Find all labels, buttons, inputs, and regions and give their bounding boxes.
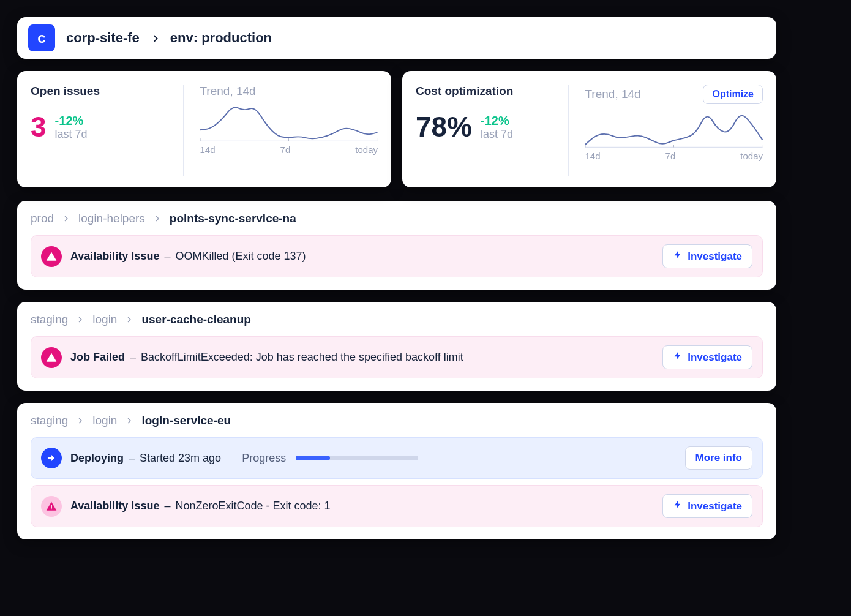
cost-value: 78%: [416, 113, 472, 141]
chevron-right-icon: [62, 215, 70, 222]
svg-point-9: [51, 258, 52, 260]
progress-bar: [296, 456, 418, 460]
issue-path-segment[interactable]: login: [92, 414, 117, 427]
issue-path-leaf[interactable]: points-sync-service-na: [170, 212, 296, 225]
svg-rect-13: [51, 505, 52, 508]
issue-card: prodlogin-helperspoints-sync-service-naA…: [17, 201, 776, 290]
header-card: c corp-site-fe env: production: [17, 17, 776, 59]
axis-tick: 14d: [585, 151, 600, 161]
trend-label: Trend, 14d: [585, 88, 640, 101]
issue-card: stagingloginlogin-service-euDeploying – …: [17, 403, 776, 539]
metric-title: Cost optimization: [416, 85, 568, 98]
event-text: Deploying – Started 23m ago: [70, 452, 221, 465]
trend-label: Trend, 14d: [200, 85, 255, 98]
axis-tick: 14d: [200, 145, 215, 155]
issue-path-leaf[interactable]: login-service-eu: [141, 414, 231, 427]
axis-tick: today: [355, 145, 378, 155]
event-detail: BackoffLimitExceeded: Job has reached th…: [141, 351, 463, 364]
cost-sparkline: [585, 107, 763, 148]
open-issues-sparkline: [200, 100, 378, 142]
event-text: Availability Issue – OOMKilled (Exit cod…: [70, 250, 306, 263]
issue-path: stagingloginuser-cache-cleanup: [31, 313, 763, 326]
cost-optimization-card: Cost optimization 78% -12% last 7d Trend…: [402, 71, 776, 187]
progress-label: Progress: [242, 452, 286, 465]
event-text: Job Failed – BackoffLimitExceeded: Job h…: [70, 351, 463, 364]
breadcrumb-env[interactable]: env: production: [170, 30, 272, 46]
event-detail: OOMKilled (Exit code 137): [175, 250, 306, 263]
breadcrumb: corp-site-fe env: production: [66, 30, 272, 46]
investigate-button[interactable]: Investigate: [662, 244, 752, 268]
chevron-right-icon: [151, 34, 159, 42]
error-event-row: Availability Issue – NonZeroExitCode - E…: [31, 485, 763, 527]
bolt-icon: [673, 500, 683, 513]
chevron-right-icon: [126, 417, 133, 424]
optimize-button[interactable]: Optimize: [703, 85, 763, 104]
axis-tick: today: [740, 151, 763, 161]
issue-path-segment[interactable]: login-helpers: [78, 212, 145, 225]
cost-change: -12%: [481, 114, 513, 127]
svg-point-14: [51, 508, 52, 509]
progress-fill: [296, 456, 330, 460]
breadcrumb-site[interactable]: corp-site-fe: [66, 30, 140, 46]
issue-path-leaf[interactable]: user-cache-cleanup: [141, 313, 250, 326]
issue-path-segment[interactable]: staging: [31, 414, 68, 427]
warning-icon: [41, 246, 62, 267]
arrow-right-icon: [41, 448, 62, 468]
issue-path: prodlogin-helperspoints-sync-service-na: [31, 212, 763, 225]
issue-path-segment[interactable]: login: [92, 313, 117, 326]
warning-icon: [41, 347, 62, 368]
bolt-icon: [673, 351, 683, 364]
event-text: Availability Issue – NonZeroExitCode - E…: [70, 500, 331, 513]
svg-point-11: [51, 359, 52, 361]
event-detail: NonZeroExitCode - Exit code: 1: [175, 500, 330, 513]
axis-tick: 7d: [280, 145, 291, 155]
chevron-right-icon: [154, 215, 161, 222]
chevron-right-icon: [77, 316, 84, 323]
event-detail: Started 23m ago: [140, 452, 221, 465]
investigate-button[interactable]: Investigate: [662, 345, 752, 369]
bolt-icon: [673, 250, 683, 263]
app-logo[interactable]: c: [28, 24, 55, 51]
event-kind: Availability Issue: [70, 250, 159, 263]
issue-card: stagingloginuser-cache-cleanupJob Failed…: [17, 302, 776, 391]
chevron-right-icon: [77, 417, 84, 424]
more-info-button[interactable]: More info: [685, 446, 753, 470]
axis-tick: 7d: [665, 151, 676, 161]
warning-icon: [41, 496, 62, 517]
open-issues-value: 3: [31, 113, 47, 141]
svg-rect-10: [51, 356, 52, 359]
issue-path: stagingloginlogin-service-eu: [31, 414, 763, 427]
chevron-right-icon: [126, 316, 133, 323]
error-event-row: Job Failed – BackoffLimitExceeded: Job h…: [31, 336, 763, 378]
event-kind: Deploying: [70, 452, 124, 465]
metric-title: Open issues: [31, 85, 183, 98]
svg-rect-8: [51, 255, 52, 258]
event-kind: Job Failed: [70, 351, 125, 364]
issue-path-segment[interactable]: prod: [31, 212, 54, 225]
progress: Progress: [242, 452, 418, 465]
open-issues-card: Open issues 3 -12% last 7d Trend, 14d: [17, 71, 391, 187]
cost-sub: last 7d: [481, 129, 513, 140]
deploy-event-row: Deploying – Started 23m agoProgressMore …: [31, 437, 763, 479]
investigate-button[interactable]: Investigate: [662, 494, 752, 518]
open-issues-sub: last 7d: [55, 129, 88, 140]
open-issues-change: -12%: [55, 114, 88, 127]
metrics-row: Open issues 3 -12% last 7d Trend, 14d: [17, 71, 776, 187]
event-kind: Availability Issue: [70, 500, 159, 513]
error-event-row: Availability Issue – OOMKilled (Exit cod…: [31, 235, 763, 277]
issue-path-segment[interactable]: staging: [31, 313, 68, 326]
